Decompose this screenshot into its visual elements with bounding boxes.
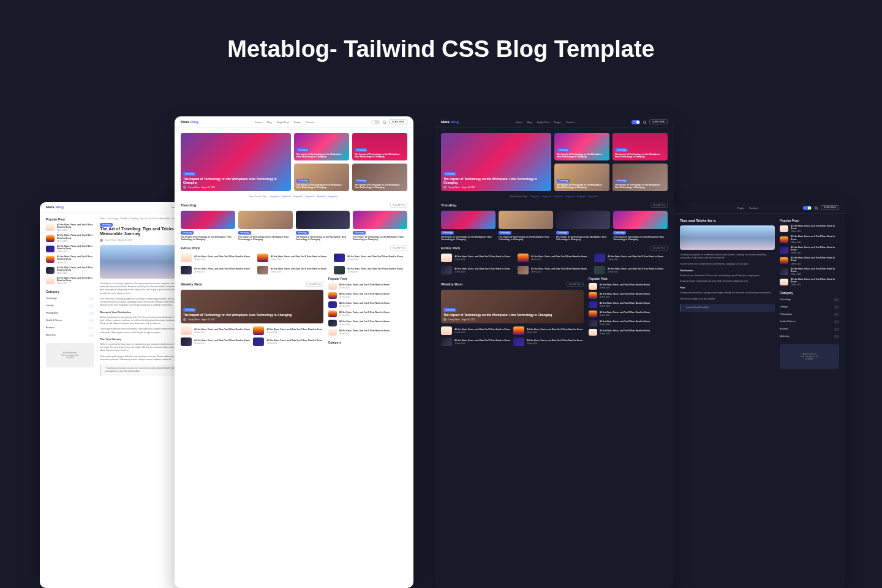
list-item[interactable]: All the Stats, Facts, and You'll Ever Ne…	[328, 301, 407, 308]
weekly-item[interactable]: All the Stats, Facts, and Data You'll Ev…	[513, 337, 583, 346]
category-item[interactable]: Business	[780, 326, 839, 332]
list-item[interactable]: All the Stats, Facts, and You'll Ever Ne…	[780, 225, 839, 233]
weekly-item[interactable]: All the Stats, Facts, and Data You'll Ev…	[253, 337, 323, 346]
category-item[interactable]: Lifestyle	[46, 303, 94, 309]
view-all-link[interactable]: View All Post	[390, 246, 407, 251]
list-item[interactable]: All the Stats, Facts, and You'll Ever Ne…	[780, 268, 839, 276]
list-item[interactable]: All the Stats, Facts, and You'll Ever Ne…	[328, 283, 407, 290]
list-item[interactable]: All the Stats, Facts, and You'll Ever Ne…	[780, 278, 839, 286]
logo[interactable]: MetaBlog	[441, 120, 459, 124]
view-all-link[interactable]: View All Post	[650, 246, 668, 251]
nav-contact[interactable]: Contact	[566, 121, 575, 124]
category-item[interactable]: Health & Fitness	[46, 318, 94, 323]
featured-post[interactable]: TechnologyThe Impact of Technology on th…	[441, 133, 551, 191]
category-item[interactable]: Health & Fitness	[780, 319, 839, 325]
editor-pick-item[interactable]: All the Stats, Facts, and Data You'll Ev…	[334, 254, 407, 262]
category-item[interactable]: Photography	[46, 311, 94, 316]
list-item[interactable]: All the Stats, Facts, and You'll Ever Ne…	[328, 311, 407, 317]
editor-pick-item[interactable]: All the Stats, Facts, and Data You'll Ev…	[441, 254, 514, 262]
trending-card[interactable]: TechnologyThe Impact of Technology on th…	[441, 211, 496, 241]
theme-toggle[interactable]	[631, 120, 640, 124]
trending-card[interactable]: TechnologyThe Impact of Technology on th…	[353, 211, 407, 241]
trending-card[interactable]: TechnologyThe Impact of Technology on th…	[296, 211, 350, 241]
nav-home[interactable]: Home	[516, 121, 522, 124]
weekly-item[interactable]: All the Stats, Facts, and Data You'll Ev…	[441, 337, 511, 346]
tag[interactable]: #keyword	[565, 195, 574, 198]
featured-post-sm[interactable]: TechnologyThe Impact of Technology on th…	[294, 133, 349, 160]
weekly-best-feature[interactable]: TechnologyThe Impact of Technology on th…	[181, 290, 323, 323]
view-all-link[interactable]: View All Post	[390, 203, 407, 208]
editor-pick-item[interactable]: All the Stats, Facts, and Data You'll Ev…	[257, 266, 331, 274]
list-item[interactable]: All the Stats, Facts, and You'll Ever Ne…	[46, 234, 94, 242]
search-icon[interactable]	[383, 121, 386, 124]
list-item[interactable]: All the Stats, Facts, and You'll Ever Ne…	[780, 235, 839, 243]
search-icon[interactable]	[815, 206, 818, 209]
editor-pick-item[interactable]: All the Stats, Facts, and Data You'll Ev…	[518, 254, 591, 262]
weekly-item[interactable]: All the Stats, Facts, and Data You'll Ev…	[513, 326, 583, 335]
view-all-link[interactable]: View All Post	[567, 282, 584, 287]
editor-pick-item[interactable]: All the Stats, Facts, and Data You'll Ev…	[334, 266, 407, 274]
category-item[interactable]: Marketing	[46, 333, 94, 338]
category-item[interactable]: Lifestyle	[780, 304, 839, 310]
trending-card[interactable]: TechnologyThe Impact of Technology on th…	[556, 211, 611, 241]
nav-blog[interactable]: Blog	[267, 121, 272, 124]
editor-pick-item[interactable]: All the Stats, Facts, and Data You'll Ev…	[181, 254, 254, 262]
logo[interactable]: MetaBlog	[46, 205, 64, 209]
tag[interactable]: #keyword	[281, 195, 290, 198]
list-item[interactable]: All the Stats, Facts, and You'll Ever Ne…	[328, 292, 407, 299]
featured-post-sm[interactable]: TechnologyThe Impact of Technology on th…	[352, 133, 407, 160]
featured-post-sm[interactable]: TechnologyThe Impact of Technology on th…	[554, 133, 609, 160]
list-item[interactable]: All the Stats, Facts, and You'll Ever Ne…	[46, 255, 94, 263]
tag[interactable]: #keyword	[270, 195, 279, 198]
theme-toggle[interactable]	[803, 206, 812, 210]
editor-pick-item[interactable]: All the Stats, Facts, and Data You'll Ev…	[518, 266, 591, 274]
nav-contact[interactable]: Contact	[749, 206, 758, 209]
editor-pick-item[interactable]: All the Stats, Facts, and Data You'll Ev…	[594, 254, 668, 262]
trending-card[interactable]: TechnologyThe Impact of Technology on th…	[499, 211, 553, 241]
view-all-link[interactable]: View All Post	[306, 282, 323, 287]
weekly-item[interactable]: All the Stats, Facts, and Data You'll Ev…	[181, 337, 251, 346]
featured-post-sm[interactable]: TechnologyThe Impact of Technology on th…	[612, 133, 668, 160]
tag[interactable]: #keyword	[588, 195, 597, 198]
category-item[interactable]: Marketing	[780, 334, 839, 339]
trending-card[interactable]: TechnologyThe Impact of Technology on th…	[181, 211, 235, 241]
list-item[interactable]: All the Stats, Facts, and You'll Ever Ne…	[328, 320, 407, 326]
list-item[interactable]: All the Stats, Facts, and You'll Ever Ne…	[589, 329, 668, 336]
featured-post-sm[interactable]: TechnologyThe Impact of Technology on th…	[554, 164, 609, 191]
trending-card[interactable]: TechnologyThe Impact of Technology on th…	[238, 211, 293, 241]
featured-post-sm[interactable]: TechnologyThe Impact of Technology on th…	[294, 164, 349, 191]
category-item[interactable]: Technology	[46, 296, 94, 301]
weekly-item[interactable]: All the Stats, Facts, and Data You'll Ev…	[181, 326, 251, 335]
editor-pick-item[interactable]: All the Stats, Facts, and Data You'll Ev…	[441, 266, 514, 274]
tag[interactable]: #keyword	[576, 195, 586, 198]
editor-pick-item[interactable]: All the Stats, Facts, and Data You'll Ev…	[257, 254, 331, 262]
featured-post-sm[interactable]: TechnologyThe Impact of Technology on th…	[612, 164, 668, 191]
tag[interactable]: #keyword	[316, 195, 325, 198]
nav-pages[interactable]: Pages	[737, 206, 744, 209]
list-item[interactable]: All the Stats, Facts, and You'll Ever Ne…	[780, 246, 839, 254]
subscribe-button[interactable]: SUBSCRIBE	[389, 119, 407, 124]
nav-single[interactable]: Single Post	[277, 121, 289, 124]
weekly-best-feature[interactable]: TechnologyThe Impact of Technology on th…	[441, 290, 584, 323]
list-item[interactable]: All the Stats, Facts, and You'll Ever Ne…	[589, 283, 668, 290]
trending-card[interactable]: TechnologyThe Impact of Technology on th…	[613, 211, 668, 241]
list-item[interactable]: All the Stats, Facts, and You'll Ever Ne…	[780, 257, 839, 265]
nav-pages[interactable]: Pages	[294, 121, 301, 124]
tag[interactable]: #keyword	[304, 195, 314, 198]
view-all-link[interactable]: View All Post	[650, 203, 668, 208]
tag[interactable]: #keyword	[541, 195, 551, 198]
list-item[interactable]: All the Stats, Facts, and You'll Ever Ne…	[589, 320, 668, 326]
featured-post-sm[interactable]: TechnologyThe Impact of Technology on th…	[352, 164, 407, 191]
list-item[interactable]: All the Stats, Facts, and You'll Ever Ne…	[46, 224, 94, 232]
nav-home[interactable]: Home	[255, 121, 262, 124]
list-item[interactable]: All the Stats, Facts, and You'll Ever Ne…	[589, 311, 668, 317]
theme-toggle[interactable]	[371, 120, 380, 124]
category-item[interactable]: Technology	[780, 297, 839, 303]
weekly-item[interactable]: All the Stats, Facts, and Data You'll Ev…	[253, 326, 323, 335]
logo[interactable]: MetaBlog	[181, 120, 198, 124]
nav-blog[interactable]: Blog	[527, 121, 532, 124]
category-item[interactable]: Photography	[780, 312, 839, 317]
tag[interactable]: #keyword	[293, 195, 302, 198]
nav-pages[interactable]: Pages	[554, 121, 561, 124]
list-item[interactable]: All the Stats, Facts, and You'll Ever Ne…	[328, 329, 407, 336]
